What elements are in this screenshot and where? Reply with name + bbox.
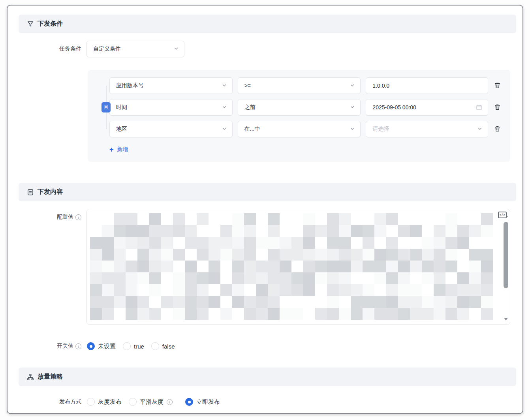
condition-date-input[interactable]: 2025-09-05 00:00: [366, 99, 488, 116]
chevron-down-icon: [350, 126, 355, 132]
switch-option-true[interactable]: true: [123, 342, 144, 350]
condition-operator-select[interactable]: 在...中: [238, 121, 361, 137]
radio-icon: [123, 342, 131, 350]
chevron-down-icon: [350, 104, 355, 111]
scroll-down-icon[interactable]: [504, 318, 508, 321]
publish-option-gray[interactable]: 灰度发布: [87, 398, 122, 406]
info-icon[interactable]: i: [167, 399, 173, 405]
condition-row: 时间 之前 2025-09-05 00:00: [109, 99, 501, 116]
calendar-icon: [476, 104, 482, 111]
config-value-label: 配置值 i: [19, 209, 81, 221]
publish-method-label: 发布方式: [19, 398, 81, 405]
condition-operator-select[interactable]: >=: [238, 77, 361, 94]
chevron-down-icon: [222, 104, 227, 111]
editor-scrollbar[interactable]: [503, 209, 509, 324]
section-title: 下发条件: [38, 20, 63, 28]
scrollbar-thumb[interactable]: [504, 222, 508, 288]
section-title: 放量策略: [38, 373, 63, 381]
radio-icon: [185, 398, 193, 406]
info-icon[interactable]: i: [75, 214, 81, 220]
condition-operator-select[interactable]: 之前: [238, 99, 361, 116]
section-header-content: 下发内容: [19, 183, 516, 201]
condition-value-input[interactable]: [366, 77, 488, 94]
switch-option-false[interactable]: false: [151, 342, 175, 350]
condition-value-select[interactable]: 请选择: [366, 121, 488, 137]
radio-icon: [129, 398, 137, 406]
document-icon: [27, 189, 34, 196]
code-icon[interactable]: </>: [498, 212, 507, 218]
condition-field-select[interactable]: 地区: [109, 121, 233, 137]
delete-condition-button[interactable]: [494, 103, 501, 112]
logic-and-badge: 且: [101, 102, 111, 112]
delete-condition-button[interactable]: [494, 82, 501, 90]
switch-option-unset[interactable]: 未设置: [87, 342, 116, 350]
sitemap-icon: [27, 373, 34, 381]
trash-icon: [494, 82, 501, 90]
section-header-conditions: 下发条件: [19, 15, 516, 33]
radio-icon: [87, 342, 95, 350]
chevron-down-icon: [222, 126, 227, 132]
publish-method-row: 发布方式 灰度发布 平滑灰度 i 立即发布: [19, 398, 516, 406]
chevron-down-icon: [222, 82, 227, 89]
switch-value-label: 开关值 i: [19, 343, 81, 350]
config-form-card: 下发条件 任务条件 自定义条件 且 应用版本号 >=: [7, 5, 523, 414]
condition-row: 地区 在...中 请选择: [109, 121, 501, 137]
add-condition-button[interactable]: + 新增: [109, 146, 128, 153]
chevron-down-icon: [174, 46, 179, 52]
config-value-row: 配置值 i </>: [19, 209, 516, 325]
condition-row: 应用版本号 >=: [109, 77, 501, 94]
trash-icon: [494, 103, 501, 112]
section-header-strategy: 放量策略: [19, 368, 516, 386]
task-condition-select[interactable]: 自定义条件: [86, 41, 184, 57]
condition-field-select[interactable]: 时间: [109, 99, 233, 116]
chevron-down-icon: [477, 126, 482, 132]
condition-field-select[interactable]: 应用版本号: [109, 77, 233, 94]
redacted-config-content: [87, 209, 510, 324]
chevron-down-icon: [350, 82, 355, 89]
section-title: 下发内容: [38, 188, 63, 196]
condition-group-panel: 且 应用版本号 >= 时间: [88, 70, 510, 162]
config-value-editor[interactable]: </>: [86, 209, 510, 325]
publish-option-immediate[interactable]: 立即发布: [185, 398, 220, 406]
plus-icon: +: [109, 146, 114, 153]
info-icon[interactable]: i: [75, 343, 81, 349]
task-condition-value: 自定义条件: [93, 45, 121, 52]
radio-icon: [87, 398, 95, 406]
task-condition-label: 任务条件: [19, 45, 81, 52]
task-condition-row: 任务条件 自定义条件: [19, 41, 516, 57]
publish-option-smooth-gray[interactable]: 平滑灰度 i: [129, 398, 173, 406]
delete-condition-button[interactable]: [494, 125, 501, 133]
radio-icon: [151, 342, 159, 350]
filter-icon: [27, 21, 34, 28]
switch-value-row: 开关值 i 未设置 true false: [19, 342, 516, 350]
trash-icon: [494, 125, 501, 133]
